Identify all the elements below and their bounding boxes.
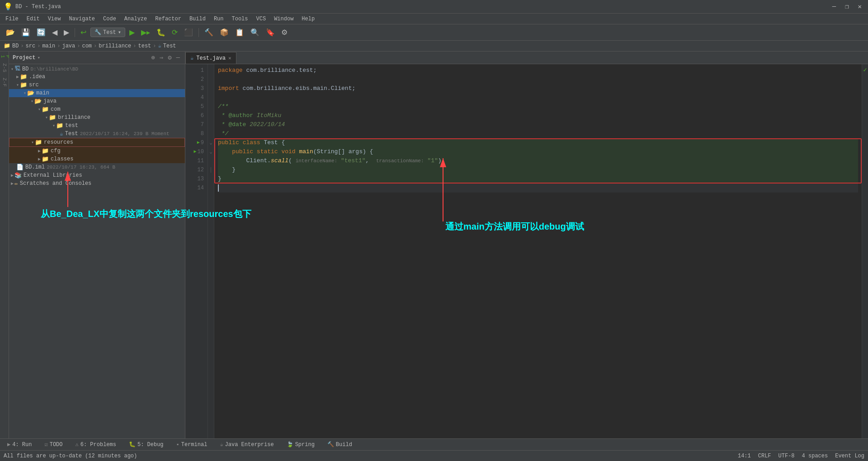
breadcrumb-main[interactable]: main [42, 43, 55, 49]
breadcrumb-file[interactable]: Test [163, 43, 176, 49]
panel-scroll-btn[interactable]: ⇒ [158, 53, 165, 62]
project-label: Project [13, 55, 35, 61]
activity-structure[interactable]: Z-S [1, 61, 8, 74]
panel-minimize-btn[interactable]: — [175, 53, 181, 62]
run-coverage-button[interactable]: ▶▸ [139, 27, 152, 38]
menu-help[interactable]: Help [298, 15, 318, 23]
panel-settings-btn[interactable]: ⚙ [166, 53, 173, 62]
tree-item-src[interactable]: ▾ 📁 src [9, 81, 185, 89]
tab-spring[interactable]: 🍃 Spring [283, 440, 318, 449]
menu-edit[interactable]: Edit [23, 15, 43, 23]
panel-scope-btn[interactable]: ⊕ [150, 53, 156, 62]
tab-debug[interactable]: 🐛 5: Debug [125, 440, 167, 449]
tree-item-java[interactable]: ▾ 📂 java [9, 97, 185, 105]
breadcrumb-test[interactable]: test [138, 43, 151, 49]
status-encoding[interactable]: UTF-8 [778, 453, 795, 459]
menu-tools[interactable]: Tools [228, 15, 252, 23]
settings-button[interactable]: ⚙ [279, 27, 290, 38]
tree-item-cfg[interactable]: ▶ 📁 cfg [9, 147, 185, 155]
tab-testjava[interactable]: ☕ Test.java ✕ [185, 52, 236, 64]
tree-item-com[interactable]: ▾ 📁 com [9, 105, 185, 113]
tree-item-testjava[interactable]: ☕ Test 2022/10/17 16:24, 239 B Moment [9, 130, 185, 138]
breadcrumb-com[interactable]: com [82, 43, 92, 49]
bookmark-button[interactable]: 🔖 [264, 27, 277, 38]
menu-code[interactable]: Code [99, 15, 120, 23]
breadcrumb-java[interactable]: java [62, 43, 75, 49]
undo-button[interactable]: ↩ [78, 27, 89, 38]
window-title: BD - Test.java [15, 4, 61, 10]
status-indent[interactable]: 4 spaces [802, 453, 828, 459]
search-button[interactable]: 🔍 [248, 27, 262, 38]
tree-item-test[interactable]: ▾ 📁 test [9, 122, 185, 130]
save-button[interactable]: 💾 [19, 27, 33, 38]
tab-build[interactable]: 🔨 Build [324, 440, 356, 449]
run-config-selector[interactable]: 🔧 Test ▾ [90, 28, 125, 37]
tree-item-scratches[interactable]: ▶ ✏ Scratches and Consoles [9, 179, 185, 188]
back-button[interactable]: ◀ [50, 27, 60, 38]
status-position[interactable]: 14:1 [738, 453, 751, 459]
app-icon: 💡 [4, 2, 13, 11]
menu-bar: File Edit View Navigate Code Analyze Ref… [0, 14, 868, 24]
tree-item-resources[interactable]: ▾ 📁 resources [9, 138, 185, 147]
menu-vcs[interactable]: VCS [253, 15, 270, 23]
menu-navigate[interactable]: Navigate [65, 15, 99, 23]
editor-area: ☕ Test.java ✕ 1 2 3 4 5 6 7 8 ▶9 ▶10 11 … [185, 52, 868, 438]
status-event-log[interactable]: Event Log [835, 453, 864, 459]
breadcrumb-src[interactable]: src [26, 43, 36, 49]
open-button[interactable]: 📂 [4, 27, 17, 38]
run-tab-icon: ▶ [7, 441, 10, 448]
tab-todo[interactable]: ☑ TODO [41, 440, 66, 449]
stop-button[interactable]: ⬛ [182, 27, 195, 38]
menu-window[interactable]: Window [270, 15, 297, 23]
breadcrumb-brilliance[interactable]: brilliance [99, 43, 131, 49]
menu-file[interactable]: File [2, 15, 22, 23]
code-line-13: } [218, 174, 858, 183]
build-button[interactable]: 🔨 [202, 27, 216, 38]
reload-button[interactable]: ⟳ [170, 27, 180, 38]
tree-item-bdiml[interactable]: 📄 BD.iml 2022/10/17 16:23, 664 B [9, 163, 185, 171]
menu-run[interactable]: Run [210, 15, 227, 23]
minimize-button[interactable]: — [830, 2, 839, 11]
tree-item-brilliance[interactable]: ▾ 📁 brilliance [9, 113, 185, 122]
history-button[interactable]: 📋 [233, 27, 246, 38]
code-line-3: import com.brilliance.eibs.main.Client; [218, 84, 858, 93]
tree-item-bd[interactable]: ▾ 🏗 BD D:\brilliance\BD [9, 65, 185, 73]
module-icon: 🏗 [14, 66, 20, 72]
tree-item-idea[interactable]: ▶ 📁 .idea [9, 73, 185, 81]
debug-button[interactable]: 🐛 [154, 27, 168, 38]
status-message: All files are up-to-date (12 minutes ago… [4, 453, 137, 459]
tab-run[interactable]: ▶ 4: Run [4, 440, 35, 449]
tree-item-extlibs[interactable]: ▶ 📚 External Libraries [9, 171, 185, 179]
breadcrumb-bd[interactable]: BD [12, 43, 19, 49]
tab-problems[interactable]: ⚠ 6: Problems [72, 440, 120, 449]
code-line-6: * @author ItoMiku [218, 111, 858, 120]
activity-favorites[interactable]: Z-F [1, 76, 8, 89]
run-button[interactable]: ▶ [127, 27, 137, 38]
tree-item-classes[interactable]: ▶ 📁 classes [9, 155, 185, 163]
code-line-14 [218, 183, 858, 193]
scratches-icon: ✏ [14, 180, 18, 187]
line-num-12: 12 [185, 165, 204, 174]
tab-javaee[interactable]: ☕ Java Enterprise [216, 440, 277, 449]
folder-icon-classes: 📁 [42, 155, 49, 163]
code-line-5: /** [218, 102, 858, 111]
tree-item-main[interactable]: ▾ 📂 main [9, 89, 185, 97]
fold-gutter: ⌄ ⌄ │ [208, 64, 214, 438]
tab-terminal[interactable]: ▪ Terminal [173, 441, 211, 449]
status-line-sep[interactable]: CRLF [758, 453, 771, 459]
menu-view[interactable]: View [44, 15, 65, 23]
sync-button[interactable]: 🔄 [34, 27, 48, 38]
menu-refactor[interactable]: Refactor [151, 15, 185, 23]
close-button[interactable]: ✕ [855, 2, 864, 11]
code-line-9: public class Test { [218, 138, 858, 147]
project-dropdown-icon[interactable]: ▾ [37, 55, 40, 61]
deploy-button[interactable]: 📦 [217, 27, 231, 38]
maximize-button[interactable]: ❐ [842, 2, 851, 11]
forward-button[interactable]: ▶ [61, 27, 71, 38]
menu-analyze[interactable]: Analyze [121, 15, 151, 23]
code-line-7: * @date 2022/10/14 [218, 120, 858, 129]
tab-close-btn[interactable]: ✕ [228, 55, 231, 61]
folder-icon-resources: 📁 [35, 139, 42, 146]
menu-build[interactable]: Build [186, 15, 209, 23]
code-content[interactable]: package com.brilliance.test; import com.… [214, 64, 862, 438]
